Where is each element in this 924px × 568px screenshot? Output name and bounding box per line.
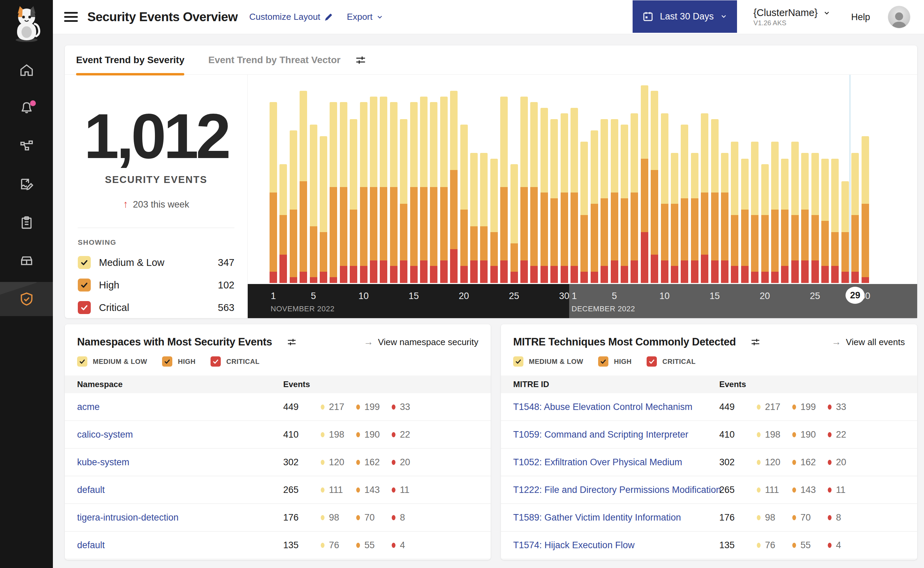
export-button[interactable]: Export [347,12,383,22]
chart-plot-area[interactable] [248,75,917,283]
stacked-bar[interactable] [541,108,548,283]
stacked-bar[interactable] [741,159,749,283]
severity-checkbox[interactable] [211,357,221,367]
stacked-bar[interactable] [270,102,277,283]
stacked-bar[interactable] [821,159,829,283]
severity-checkbox[interactable] [647,357,657,367]
stacked-bar[interactable] [390,102,398,283]
stacked-bar[interactable] [400,119,407,283]
stacked-bar[interactable] [811,153,819,283]
stacked-bar[interactable] [520,97,528,283]
sidebar-item-home[interactable] [0,54,53,86]
stacked-bar[interactable] [310,125,317,283]
row-name-link[interactable]: default [65,540,105,551]
chart-settings-sliders-icon[interactable] [355,54,366,66]
card-settings-sliders-icon[interactable] [286,337,297,347]
stacked-bar[interactable] [380,97,387,283]
stacked-bar[interactable] [300,91,307,283]
view-namespace-security-link[interactable]: → View namespace security [364,337,478,347]
row-name-link[interactable]: default [65,485,105,495]
stacked-bar[interactable] [480,153,488,283]
stacked-bar[interactable] [751,142,758,283]
sidebar-item-compliance[interactable] [0,207,53,238]
stacked-bar[interactable] [781,159,788,283]
severity-checkbox[interactable] [78,278,91,292]
stacked-bar[interactable] [460,125,468,283]
stacked-bar[interactable] [320,136,327,283]
row-name-link[interactable]: T1589: Gather Victim Identity Informatio… [501,512,681,523]
row-name-link[interactable]: calico-system [65,429,133,440]
stacked-bar[interactable] [711,119,719,283]
row-name-link[interactable]: tigera-intrusion-detection [65,512,178,523]
stacked-bar[interactable] [661,113,668,283]
stacked-bar[interactable] [831,159,839,283]
stacked-bar[interactable] [450,91,458,283]
stacked-bar[interactable] [630,113,638,283]
stacked-bar[interactable] [771,142,779,283]
stacked-bar[interactable] [721,153,728,283]
card-settings-sliders-icon[interactable] [750,337,761,347]
stacked-bar[interactable] [440,97,448,283]
stacked-bar[interactable] [470,153,478,283]
row-name-link[interactable]: T1052: Exfiltration Over Physical Medium [501,457,682,468]
sidebar-item-policies[interactable] [0,169,53,200]
row-name-link[interactable]: T1222: File and Directory Permissions Mo… [501,485,721,495]
stacked-bar[interactable] [591,130,598,283]
legend-row[interactable]: Medium & Low347 [78,256,234,269]
date-range-button[interactable]: Last 30 Days [633,0,737,33]
stacked-bar[interactable] [550,119,558,283]
stacked-bar[interactable] [340,102,347,283]
stacked-bar[interactable] [290,130,297,283]
filter-chip[interactable]: MEDIUM & LOW [77,357,147,367]
stacked-bar[interactable] [851,153,859,283]
stacked-bar[interactable] [641,85,648,283]
legend-row[interactable]: Critical563 [78,301,234,314]
hamburger-menu-icon[interactable] [64,9,78,24]
stacked-bar[interactable] [731,142,739,283]
stacked-bar[interactable] [801,153,809,283]
stacked-bar[interactable] [621,125,628,283]
sidebar-item-threat-defense[interactable] [0,282,53,316]
row-name-link[interactable]: T1548: Abuse Elevation Control Mechanism [501,402,692,412]
stacked-bar[interactable] [410,102,418,283]
severity-checkbox[interactable] [78,301,91,314]
stacked-bar[interactable] [791,142,799,283]
sidebar-item-alerts[interactable] [0,92,53,123]
stacked-bar[interactable] [761,164,769,283]
severity-checkbox[interactable] [162,357,172,367]
filter-chip[interactable]: CRITICAL [647,357,695,367]
stacked-bar[interactable] [511,164,518,283]
stacked-bar[interactable] [580,142,588,283]
stacked-bar[interactable] [279,164,287,283]
stacked-bar[interactable] [360,102,368,283]
stacked-bar[interactable] [841,181,849,283]
stacked-bar[interactable] [530,102,538,283]
user-avatar[interactable] [888,6,910,28]
stacked-bar[interactable] [490,159,498,283]
stacked-bar[interactable] [330,102,337,283]
tab-event-trend-by-severity[interactable]: Event Trend by Severity [76,45,184,75]
filter-chip[interactable]: CRITICAL [211,357,259,367]
row-name-link[interactable]: kube-system [65,457,129,468]
stacked-bar[interactable] [430,102,437,283]
stacked-bar[interactable] [500,97,508,283]
filter-chip[interactable]: MEDIUM & LOW [513,357,583,367]
cluster-selector[interactable]: {ClusterName} V1.26 AKS [754,7,831,27]
sidebar-item-service-graph[interactable] [0,130,53,162]
severity-checkbox[interactable] [513,357,523,367]
stacked-bar[interactable] [561,113,568,283]
help-link[interactable]: Help [851,12,870,23]
sidebar-item-workloads[interactable] [0,245,53,276]
filter-chip[interactable]: HIGH [598,357,632,367]
customize-layout-button[interactable]: Customize Layout [249,12,333,22]
stacked-bar[interactable] [600,119,608,283]
row-name-link[interactable]: T1059: Command and Scripting Interpreter [501,429,688,440]
stacked-bar[interactable] [691,153,698,283]
stacked-bar[interactable] [681,125,688,283]
stacked-bar[interactable] [570,108,578,283]
stacked-bar[interactable] [862,136,869,283]
stacked-bar[interactable] [350,119,357,283]
stacked-bar[interactable] [701,113,708,283]
legend-row[interactable]: High102 [78,278,234,292]
row-name-link[interactable]: T1574: Hijack Execution Flow [501,540,635,551]
